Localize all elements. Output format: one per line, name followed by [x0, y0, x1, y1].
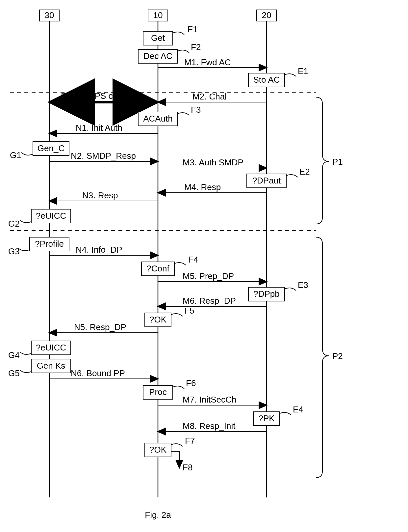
step-F1: Get F1 [143, 24, 197, 45]
svg-text:Get: Get [151, 33, 165, 43]
svg-text:E3: E3 [298, 280, 308, 290]
msg-M6-label: M6. Resp_DP [183, 296, 236, 306]
svg-text:ACAuth: ACAuth [143, 114, 173, 124]
svg-text:P2: P2 [332, 351, 343, 361]
phase-P2: P2 [316, 237, 343, 478]
svg-text:Gen_C: Gen_C [38, 143, 64, 153]
svg-text:?eUICC: ?eUICC [36, 211, 66, 221]
step-E2: ?DPaut E2 [247, 167, 310, 188]
step-G3: ?Profile G3 [8, 237, 69, 256]
svg-text:F8: F8 [183, 462, 192, 472]
svg-text:G3: G3 [8, 246, 20, 256]
participant-10: 10 [148, 10, 168, 21]
svg-text:30: 30 [45, 10, 54, 20]
svg-text:F7: F7 [185, 436, 195, 446]
svg-text:E2: E2 [299, 167, 310, 177]
svg-text:?DPpb: ?DPpb [253, 289, 280, 299]
svg-text:F5: F5 [184, 306, 194, 316]
msg-M2-label: M2. Chal [192, 92, 227, 101]
svg-text:F6: F6 [186, 378, 196, 388]
svg-text:?PK: ?PK [258, 413, 275, 423]
msg-M3-label: M3. Auth SMDP [183, 157, 243, 167]
svg-text:20: 20 [262, 10, 271, 20]
svg-text:F4: F4 [188, 255, 198, 265]
sequence-diagram: 30 10 20 Get F1 Dec AC F2 M1. Fwd AC Sto… [0, 0, 408, 532]
svg-text:G2: G2 [8, 219, 20, 229]
msg-M4-label: M4. Resp [184, 182, 221, 192]
step-G4: ?eUICC G4 [8, 341, 71, 360]
figure-caption: Fig. 2a [145, 510, 171, 520]
svg-text:G5: G5 [8, 368, 20, 378]
svg-text:F1: F1 [188, 24, 197, 34]
participant-20: 20 [257, 10, 276, 21]
step-E3: ?DPpb E3 [248, 280, 308, 301]
step-E4: ?PK E4 [253, 405, 303, 426]
svg-text:?OK: ?OK [149, 315, 167, 324]
msg-N1-label: N1. Init Auth [76, 123, 122, 133]
continuation-F8: F8 [171, 451, 192, 472]
msg-N6-label: N6. Bound PP [71, 368, 125, 378]
msg-N5-label: N5. Resp_DP [74, 322, 126, 332]
msg-https-label: Est. HTTPS connect [61, 91, 139, 101]
msg-M5-label: M5. Prep_DP [183, 271, 234, 281]
msg-N3-label: N3. Resp [82, 190, 118, 200]
msg-N4-label: N4. Info_DP [76, 245, 122, 255]
svg-text:Gen Ks: Gen Ks [37, 361, 65, 371]
participant-30: 30 [39, 10, 59, 21]
svg-text:F3: F3 [191, 105, 201, 115]
svg-text:?DPaut: ?DPaut [252, 176, 281, 185]
step-F5: ?OK F5 [145, 306, 194, 327]
step-F3: ACAuth F3 [138, 105, 201, 126]
svg-text:Proc: Proc [149, 387, 166, 397]
step-F7: ?OK F7 [145, 436, 195, 457]
svg-text:P1: P1 [332, 157, 343, 167]
step-G2: ?eUICC G2 [8, 209, 71, 229]
phase-P1: P1 [316, 97, 343, 224]
msg-N2-label: N2. SMDP_Resp [71, 151, 136, 161]
msg-M8-label: M8. Resp_Init [183, 421, 236, 431]
msg-M7-label: M7. InitSecCh [183, 395, 236, 405]
svg-text:?Conf: ?Conf [146, 264, 169, 273]
svg-text:?eUICC: ?eUICC [36, 343, 66, 352]
step-G5: Gen Ks G5 [8, 359, 71, 378]
svg-text:F2: F2 [191, 42, 201, 52]
step-E1: Sto AC E1 [248, 66, 308, 87]
svg-text:G4: G4 [8, 350, 20, 360]
svg-text:Sto AC: Sto AC [253, 75, 280, 85]
svg-text:E1: E1 [298, 66, 308, 76]
msg-M1-label: M1. Fwd AC [184, 57, 231, 67]
svg-text:?OK: ?OK [149, 445, 167, 455]
svg-text:?Profile: ?Profile [35, 239, 64, 249]
svg-text:G1: G1 [10, 150, 21, 160]
svg-text:10: 10 [153, 10, 163, 20]
svg-text:E4: E4 [293, 405, 303, 414]
step-G1: Gen_C G1 [10, 142, 69, 160]
svg-text:Dec AC: Dec AC [143, 51, 172, 61]
